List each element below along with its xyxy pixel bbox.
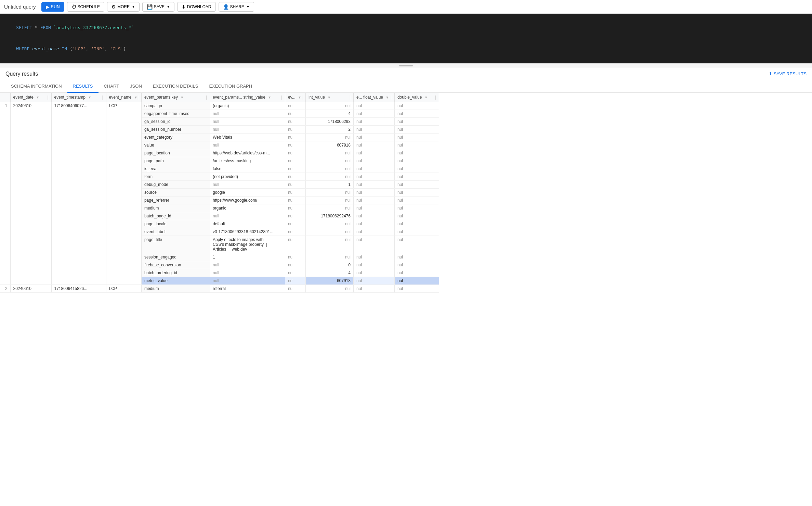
chevron-down-icon-save: ▼ <box>167 5 170 9</box>
cell-string-value: null <box>210 117 285 125</box>
query-title: Untitled query <box>4 4 36 10</box>
tab-chart[interactable]: CHART <box>99 80 125 93</box>
col-float-value[interactable]: e... float_value ▼| <box>353 93 394 102</box>
cell-int-value: nul <box>305 188 353 196</box>
sql-editor[interactable]: SELECT * FROM `analytics_337268677.event… <box>0 14 812 63</box>
cell-string-value: null <box>210 212 285 220</box>
cell-string-value: null <box>210 125 285 133</box>
schedule-button[interactable]: ⏱ SCHEDULE <box>67 2 104 12</box>
cell-ev: nul <box>285 157 305 165</box>
cell-string-value: v3-1718006293318-602142891... <box>210 228 285 236</box>
cell-double-value: nul <box>394 149 439 157</box>
tab-schema[interactable]: SCHEMA INFORMATION <box>5 80 67 93</box>
row-number: 2 <box>0 284 10 292</box>
col-params-string[interactable]: event_params... string_value ▼| <box>210 93 285 102</box>
cell-int-value: nul <box>305 236 353 253</box>
cell-string-value: Apply effects to images with CSS's mask-… <box>210 236 285 253</box>
cell-string-value: organic <box>210 204 285 212</box>
cell-string-value: null <box>210 277 285 284</box>
cell-double-value: nul <box>394 236 439 253</box>
download-icon: ⬇ <box>182 4 186 10</box>
cell-double-value: nul <box>394 125 439 133</box>
run-icon: ▶ <box>46 4 50 10</box>
handle-bar <box>399 65 413 66</box>
cell-param-key: campaign <box>141 102 210 110</box>
share-icon: 👤 <box>223 4 229 10</box>
cell-ev: nul <box>285 188 305 196</box>
save-button[interactable]: 💾 SAVE ▼ <box>142 2 174 12</box>
cell-ev: nul <box>285 149 305 157</box>
cell-double-value: nul <box>394 253 439 261</box>
cell-float-value: nul <box>353 133 394 141</box>
col-event-date[interactable]: event_date ▼| <box>10 93 51 102</box>
save-results-button[interactable]: ⬆ SAVE RESULTS <box>769 71 807 76</box>
cell-float-value: nul <box>353 173 394 180</box>
cell-double-value: nul <box>394 228 439 236</box>
share-button[interactable]: 👤 SHARE ▼ <box>219 2 254 12</box>
results-table-container[interactable]: event_date ▼| event_timestamp ▼| event_n… <box>0 93 812 506</box>
chevron-down-icon: ▼ <box>132 5 135 9</box>
cell-float-value: nul <box>353 261 394 269</box>
cell-param-key: firebase_conversion <box>141 261 210 269</box>
cell-ev: nul <box>285 165 305 173</box>
cell-string-value: (not provided) <box>210 173 285 180</box>
tab-execution-graph[interactable]: EXECUTION GRAPH <box>204 80 258 93</box>
cell-int-value: nul <box>305 228 353 236</box>
cell-param-key: term <box>141 173 210 180</box>
cell-param-key: metric_value <box>141 277 210 284</box>
cell-double-value: nul <box>394 188 439 196</box>
cell-float-value: nul <box>353 117 394 125</box>
col-event-name[interactable]: event_name ▼| <box>106 93 141 102</box>
tab-json[interactable]: JSON <box>125 80 147 93</box>
col-params-key[interactable]: event_params.key ▼| <box>141 93 210 102</box>
tab-execution-details[interactable]: EXECUTION DETAILS <box>147 80 204 93</box>
cell-ev: nul <box>285 277 305 284</box>
cell-double-value: nul <box>394 261 439 269</box>
cell-param-key: batch_ordering_id <box>141 269 210 277</box>
cell-int-value: nul <box>305 173 353 180</box>
cell-param-key: event_label <box>141 228 210 236</box>
tab-results[interactable]: RESULTS <box>67 80 99 93</box>
cell-ev: nul <box>285 269 305 277</box>
col-params-ev[interactable]: ev... ▼| <box>285 93 305 102</box>
col-event-timestamp[interactable]: event_timestamp ▼| <box>51 93 106 102</box>
cell-float-value: nul <box>353 284 394 292</box>
run-button[interactable]: ▶ RUN <box>41 2 64 12</box>
cell-float-value: nul <box>353 125 394 133</box>
cell-int-value: nul <box>305 102 353 110</box>
cell-string-value: null <box>210 141 285 149</box>
cell-int-value: 607918 <box>305 277 353 284</box>
cell-float-value: nul <box>353 110 394 117</box>
save-icon: 💾 <box>147 4 153 10</box>
cell-float-value: nul <box>353 141 394 149</box>
cell-param-key: value <box>141 141 210 149</box>
cell-float-value: nul <box>353 228 394 236</box>
cell-float-value: nul <box>353 269 394 277</box>
cell-ev: nul <box>285 180 305 188</box>
cell-string-value: false <box>210 165 285 173</box>
save-results-icon: ⬆ <box>769 71 772 76</box>
download-button[interactable]: ⬇ DOWNLOAD <box>177 2 216 12</box>
cell-event-timestamp: 1718006415826... <box>51 284 106 292</box>
cell-float-value: nul <box>353 165 394 173</box>
col-double-value[interactable]: double_value ▼| <box>394 93 439 102</box>
cell-ev: nul <box>285 110 305 117</box>
chevron-down-icon-share: ▼ <box>246 5 250 9</box>
cell-param-key: medium <box>141 284 210 292</box>
cell-int-value: nul <box>305 196 353 204</box>
cell-string-value: null <box>210 180 285 188</box>
more-button[interactable]: ⚙ MORE ▼ <box>107 2 140 12</box>
resize-handle[interactable] <box>0 63 812 68</box>
cell-ev: nul <box>285 141 305 149</box>
cell-double-value: nul <box>394 204 439 212</box>
col-int-value[interactable]: int_value ▼| <box>305 93 353 102</box>
cell-ev: nul <box>285 284 305 292</box>
cell-param-key: page_location <box>141 149 210 157</box>
cell-double-value: nul <box>394 133 439 141</box>
cell-double-value: nul <box>394 212 439 220</box>
tabs-bar: SCHEMA INFORMATION RESULTS CHART JSON EX… <box>0 80 812 93</box>
cell-event-name: LCP <box>106 102 141 284</box>
cell-float-value: nul <box>353 212 394 220</box>
table-header: event_date ▼| event_timestamp ▼| event_n… <box>0 93 439 102</box>
cell-param-key: medium <box>141 204 210 212</box>
